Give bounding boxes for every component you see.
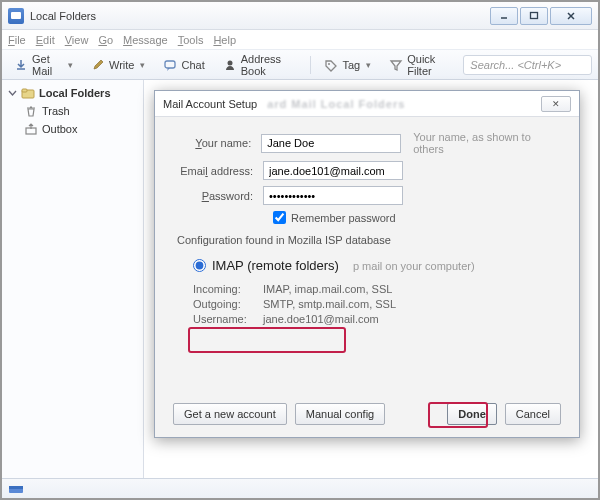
filter-icon xyxy=(389,58,403,72)
maximize-button[interactable] xyxy=(520,7,548,25)
chat-button[interactable]: Chat xyxy=(157,55,210,75)
tree-root[interactable]: Local Folders xyxy=(2,84,143,102)
pop-hint-fragment: p mail on your computer) xyxy=(353,260,475,272)
tree-root-label: Local Folders xyxy=(39,87,111,99)
menu-help[interactable]: Help xyxy=(213,34,236,46)
yourname-hint: Your name, as shown to others xyxy=(413,131,561,155)
svg-rect-8 xyxy=(22,89,27,92)
cancel-button[interactable]: Cancel xyxy=(505,403,561,425)
remember-password-label: Remember password xyxy=(291,212,396,224)
email-field[interactable] xyxy=(263,161,403,180)
imap-radio-label: IMAP (remote folders) xyxy=(212,258,339,273)
tree-item-label: Outbox xyxy=(42,123,77,135)
tree-item-outbox[interactable]: Outbox xyxy=(2,120,143,138)
statusbar xyxy=(2,478,598,498)
trash-icon xyxy=(24,104,38,118)
tree-item-trash[interactable]: Trash xyxy=(2,102,143,120)
svg-point-5 xyxy=(227,60,232,65)
chevron-down-icon: ▾ xyxy=(68,60,73,70)
get-new-account-button[interactable]: Get a new account xyxy=(173,403,287,425)
getmail-button[interactable]: Get Mail▾ xyxy=(8,50,79,80)
svg-rect-1 xyxy=(531,12,538,18)
chevron-down-icon: ▾ xyxy=(140,60,145,70)
outbox-icon xyxy=(24,122,38,136)
twisty-down-icon xyxy=(8,89,17,98)
person-icon xyxy=(223,58,237,72)
username-key: Username: xyxy=(193,313,263,325)
dialog-title: Mail Account Setup xyxy=(163,98,257,110)
close-button[interactable] xyxy=(550,7,592,25)
svg-rect-4 xyxy=(165,61,175,68)
remember-password-checkbox[interactable] xyxy=(273,211,286,224)
outgoing-value: SMTP, smtp.mail.com, SSL xyxy=(263,298,396,310)
quickfilter-button[interactable]: Quick Filter xyxy=(383,50,457,80)
separator xyxy=(310,56,311,74)
search-placeholder: Search... <Ctrl+K> xyxy=(470,59,561,71)
download-icon xyxy=(14,58,28,72)
incoming-key: Incoming: xyxy=(193,283,263,295)
app-window: Local Folders File Edit View Go Message … xyxy=(0,0,600,500)
mail-account-setup-dialog: Mail Account Setup ard Mail Local Folder… xyxy=(154,90,580,438)
search-input[interactable]: Search... <Ctrl+K> xyxy=(463,55,592,75)
chat-icon xyxy=(163,58,177,72)
label-yourname: Your name: xyxy=(173,137,261,149)
svg-rect-11 xyxy=(9,486,23,489)
activity-icon xyxy=(8,483,24,495)
svg-point-6 xyxy=(328,63,330,65)
yourname-field[interactable] xyxy=(261,134,401,153)
tag-icon xyxy=(324,58,338,72)
app-icon xyxy=(8,8,24,24)
addressbook-button[interactable]: Address Book xyxy=(217,50,302,80)
username-value: jane.doe101@mail.com xyxy=(263,313,379,325)
config-found-text: Configuration found in Mozilla ISP datab… xyxy=(177,234,561,246)
incoming-value: IMAP, imap.mail.com, SSL xyxy=(263,283,392,295)
window-title: Local Folders xyxy=(30,10,96,22)
titlebar: Local Folders xyxy=(2,2,598,30)
toolbar: Get Mail▾ Write▾ Chat Address Book Tag▾ … xyxy=(2,50,598,80)
label-password: Password: xyxy=(173,190,263,202)
menu-message[interactable]: Message xyxy=(123,34,168,46)
manual-config-button[interactable]: Manual config xyxy=(295,403,386,425)
folder-tree: Local Folders Trash Outbox xyxy=(2,80,144,478)
menu-view[interactable]: View xyxy=(65,34,89,46)
minimize-button[interactable] xyxy=(490,7,518,25)
folder-icon xyxy=(21,86,35,100)
password-field[interactable] xyxy=(263,186,403,205)
dialog-titlebar: Mail Account Setup ard Mail Local Folder… xyxy=(155,91,579,117)
imap-radio[interactable] xyxy=(193,259,206,272)
tree-item-label: Trash xyxy=(42,105,70,117)
dialog-blurred-tabs: ard Mail Local Folders xyxy=(267,98,405,110)
done-button[interactable]: Done xyxy=(447,403,497,425)
menu-file[interactable]: File xyxy=(8,34,26,46)
outgoing-key: Outgoing: xyxy=(193,298,263,310)
write-button[interactable]: Write▾ xyxy=(85,55,151,75)
pencil-icon xyxy=(91,58,105,72)
tag-button[interactable]: Tag▾ xyxy=(318,55,377,75)
menu-tools[interactable]: Tools xyxy=(178,34,204,46)
dialog-close-button[interactable]: ✕ xyxy=(541,96,571,112)
label-email: Email address: xyxy=(173,165,263,177)
chevron-down-icon: ▾ xyxy=(366,60,371,70)
menubar: File Edit View Go Message Tools Help xyxy=(2,30,598,50)
menu-edit[interactable]: Edit xyxy=(36,34,55,46)
menu-go[interactable]: Go xyxy=(98,34,113,46)
